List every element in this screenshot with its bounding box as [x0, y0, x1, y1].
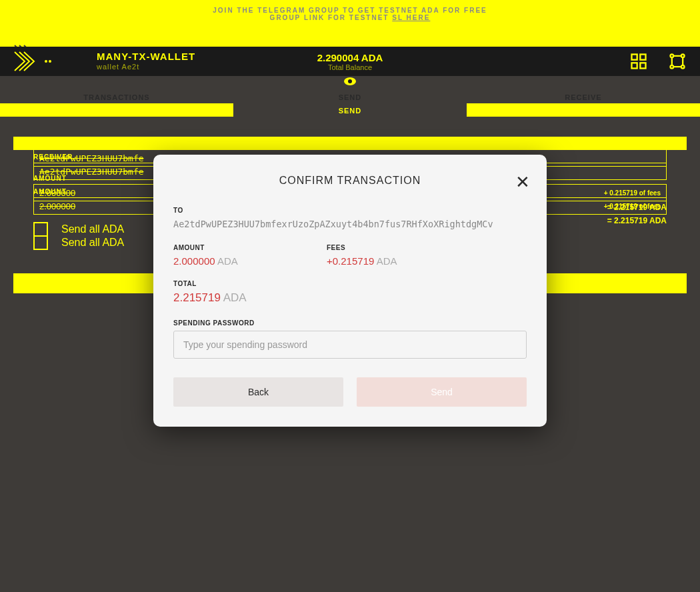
amount-col: AMOUNT 2.000000 ADA: [173, 244, 287, 267]
back-button[interactable]: Back: [173, 377, 343, 407]
fees-cur: ADA: [377, 255, 397, 267]
total-cur: ADA: [223, 291, 247, 304]
to-address: Ae2tdPwUPEZ3HUU7bmfexrUzoZpAZxuyt4b4bn7f…: [173, 218, 527, 231]
modal-total-label: TOTAL: [173, 280, 527, 287]
modal-amount-label: AMOUNT: [173, 244, 287, 251]
to-label: TO: [173, 207, 527, 214]
confirm-transaction-modal: CONFIRM TRANSACTION ✕ TO Ae2tdPwUPEZ3HUU…: [153, 155, 547, 427]
pw-label: SPENDING PASSWORD: [173, 319, 527, 327]
modal-amount-value: 2.000000 ADA: [173, 255, 287, 267]
modal-total-value: 2.215719 ADA: [173, 291, 527, 305]
modal-backdrop: CONFIRM TRANSACTION ✕ TO Ae2tdPwUPEZ3HUU…: [0, 0, 700, 592]
send-button[interactable]: Send: [357, 377, 527, 407]
spending-password-input[interactable]: [173, 331, 527, 359]
total-num: 2.215719: [173, 291, 221, 304]
modal-fees-value: +0.215719 ADA: [327, 255, 440, 267]
total-section: TOTAL 2.215719 ADA: [173, 280, 527, 305]
fees-num: +0.215719: [327, 255, 374, 267]
fees-col: FEES +0.215719 ADA: [327, 244, 440, 267]
modal-fees-label: FEES: [327, 244, 440, 251]
amount-num: 2.000000: [173, 255, 215, 267]
close-icon[interactable]: ✕: [515, 173, 530, 191]
modal-title: CONFIRM TRANSACTION: [173, 175, 527, 187]
modal-columns: AMOUNT 2.000000 ADA FEES +0.215719 ADA: [173, 244, 527, 267]
modal-buttons: Back Send: [173, 377, 527, 407]
amount-cur: ADA: [217, 255, 238, 267]
